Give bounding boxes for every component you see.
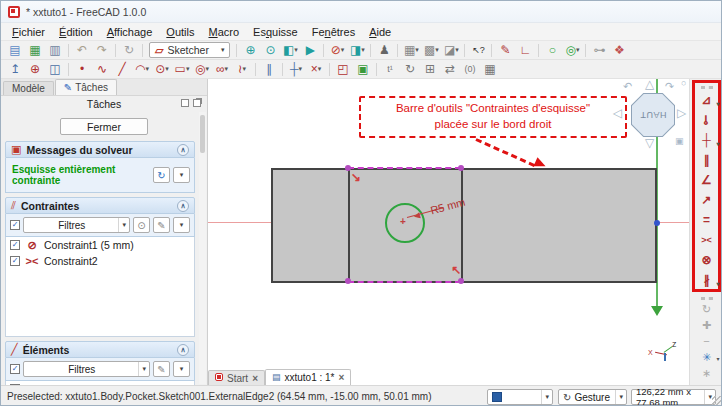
insert-knot-button[interactable]: ✚ [696,317,718,333]
menu-item-affichage[interactable]: Affichage [100,25,160,39]
solver-refresh-button[interactable]: ↻ [153,167,170,183]
close-icon[interactable]: × [252,373,258,384]
rotate-cw-icon[interactable]: ↷ [665,81,674,92]
sketch-vertex[interactable] [345,278,351,284]
chevron-down-icon[interactable]: ▾ [615,390,626,404]
chevron-down-icon[interactable]: ▾ [118,218,129,232]
stereo-view-button[interactable]: ◨▾ [347,42,367,59]
external-edge-top[interactable] [348,167,461,169]
constraint-row[interactable]: ✓><Constraint2 [6,253,194,269]
dimension-constraint-button[interactable]: ⊿▾ [696,90,718,110]
origin-point[interactable] [654,220,660,226]
tab-start[interactable]: Start × [208,370,265,385]
view-flag-button[interactable]: ▶ [300,42,320,59]
sketch-attach-button[interactable]: ∟ [515,42,535,59]
symmetric-constraint-button[interactable]: >< [696,230,718,250]
save-document-button[interactable]: ▥ [45,42,65,59]
snap-dropdown-arrow[interactable]: ▾ [435,46,439,54]
merge-sketch-button[interactable]: ❖ [609,42,629,59]
constraints-settings-button[interactable]: ✎ [153,217,170,233]
panel-float-icon[interactable] [193,99,201,107]
nav-left-arrow-icon[interactable]: ◁ [613,107,622,119]
snap-button[interactable]: ▩▾ [421,42,441,59]
dimension-constraint-dropdown-arrow[interactable]: ▾ [716,101,719,107]
rectangle-tool-dropdown-arrow[interactable]: ▾ [186,65,190,73]
select-redundant-button[interactable]: (0) [460,61,480,78]
solver-options-dropdown[interactable]: ▾ [173,167,190,183]
perpendicular-constraint-button[interactable]: ∠ [696,170,718,190]
arc-tool-button[interactable]: ◠▾ [132,61,152,78]
increase-multiplicity-dropdown-arrow[interactable]: ▾ [716,356,719,362]
collapse-chevron-icon[interactable]: ∧ [177,200,189,212]
tab-modele[interactable]: Modèle [3,81,54,95]
sketch-right-edge[interactable] [461,168,463,283]
circle-tool-dropdown-arrow[interactable]: ▾ [165,65,169,73]
circle-tool-button[interactable]: ⊙▾ [152,61,172,78]
nav-up-arrow-icon[interactable]: △ [645,79,654,90]
trim-tool-button[interactable]: ×▾ [306,61,326,78]
menu-item-dition[interactable]: Édition [52,25,100,39]
constraint-checkbox[interactable]: ✓ [10,256,20,266]
sketch-left-edge[interactable] [348,168,350,283]
tangent-constraint-button[interactable]: ↗ [696,190,718,210]
lock-constraint-dropdown-arrow[interactable]: ▾ [716,281,719,287]
construction-mode-button[interactable]: ∥ [259,61,279,78]
validate-sketch-button[interactable]: ○ [542,42,562,59]
view-cube-dropdown-arrow[interactable]: ▾ [294,46,298,54]
close-task-button[interactable]: Fermer [60,118,148,135]
render-template-button[interactable]: ◪▾ [441,42,461,59]
view-sketch-button[interactable]: ⊕ [25,61,45,78]
sketch-vertex[interactable] [458,165,464,171]
external-geometry-dropdown-arrow[interactable]: ▾ [299,65,303,73]
sketch-edit-button[interactable]: ✎ [495,42,515,59]
menu-item-outils[interactable]: Outils [159,25,201,39]
polygon-tool-dropdown-arrow[interactable]: ▾ [205,65,209,73]
arc-tool-dropdown-arrow[interactable]: ▾ [145,65,149,73]
fit-selection-button[interactable]: ⊙ [260,42,280,59]
bspline-tool-dropdown-arrow[interactable]: ▾ [242,65,246,73]
extrude-view-button[interactable]: ◰ [333,61,353,78]
toolbar-drag-handle[interactable] [701,86,713,89]
slot-tool-dropdown-arrow[interactable]: ▾ [225,65,229,73]
navigation-style-combo[interactable]: ↻ Gesture ▾ [558,389,627,405]
constraints-header[interactable]: ⫽ Contraintes ∧ [5,197,195,214]
nav-indicator-combo[interactable]: ▾ [487,389,553,405]
parallel-constraint-button[interactable]: ∥ [696,150,718,170]
menu-item-fichier[interactable]: Fichier [5,25,52,39]
grid-toggle-button[interactable]: ▣ [353,61,373,78]
external-geometry-button[interactable]: ┼▾ [286,61,306,78]
slot-tool-button[interactable]: ∞▾ [212,61,232,78]
tab-taches[interactable]: ✎ Tâches [55,79,117,95]
constraints-filter-combo[interactable]: Filtres ▾ [23,217,130,233]
draw-style-button[interactable]: ⊘▾ [327,42,347,59]
trim-tool-dropdown-arrow[interactable]: ▾ [318,65,322,73]
circle-center-point[interactable]: + [400,217,406,227]
stereo-view-dropdown-arrow[interactable]: ▾ [361,46,365,54]
redo-button[interactable]: ↷ [92,42,112,59]
undo-button[interactable]: ↶ [72,42,92,59]
rectangle-tool-button[interactable]: ▭▾ [172,61,192,78]
nav-cube-mini-icon[interactable]: ▣ [675,137,684,146]
sketch-vertex[interactable] [458,278,464,284]
nav-circle-icon[interactable]: ○ [681,79,686,88]
bspline-tool-button[interactable]: ≀▾ [232,61,252,78]
constraint-checkbox[interactable]: ✓ [10,240,20,250]
draw-style-dropdown-arrow[interactable]: ▾ [341,46,345,54]
menu-item-aide[interactable]: Aide [362,25,398,39]
pad-shape[interactable] [271,168,657,283]
toggle-virtual-space-button[interactable]: t¹ [380,61,400,78]
resize-grip[interactable] [712,396,722,406]
remove-knot-button[interactable]: − [696,333,718,349]
polygon-tool-button[interactable]: ◎▾ [192,61,212,78]
edit-mode-button[interactable]: ♟ [374,42,394,59]
grid-dropdown-arrow[interactable]: ▾ [415,46,419,54]
external-edge-bottom[interactable] [348,281,461,283]
increase-multiplicity-button[interactable]: ✳▾ [696,349,718,365]
leave-sketch-button[interactable]: ↥ [5,61,25,78]
constraint-row[interactable]: ✓⊘Constraint1 (5 mm) [6,237,194,253]
point-tool-button[interactable]: • [72,61,92,78]
rotate-ccw-icon[interactable]: ↶ [623,81,632,92]
elements-settings-button[interactable]: ✎ [153,361,170,377]
tab-document[interactable]: ▤ xxtuto1 : 1* × [265,369,351,385]
elements-filter-combo[interactable]: Filtres ▾ [23,361,150,377]
